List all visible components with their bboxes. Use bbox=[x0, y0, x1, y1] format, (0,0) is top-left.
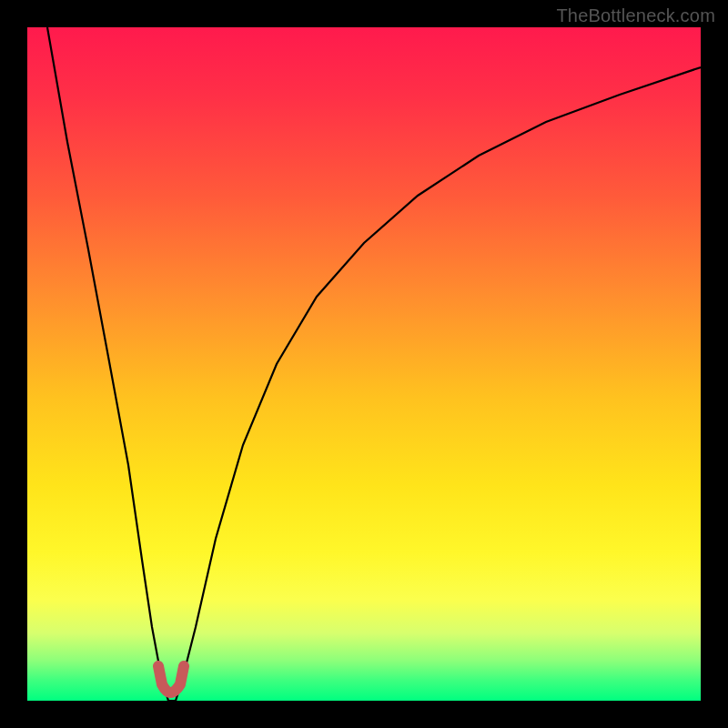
bottleneck-curve bbox=[47, 27, 701, 701]
curve-svg bbox=[27, 27, 701, 701]
minimum-marker bbox=[158, 666, 184, 693]
plot-area bbox=[27, 27, 701, 701]
watermark-text: TheBottleneck.com bbox=[556, 5, 715, 26]
